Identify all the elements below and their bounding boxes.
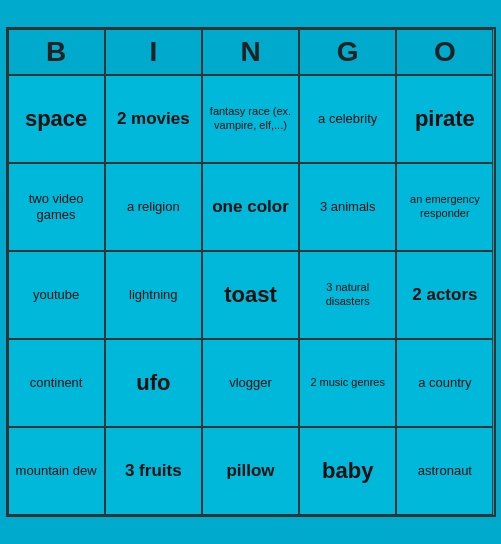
table-cell-21: 3 fruits [105, 427, 202, 515]
table-cell-14: 2 actors [396, 251, 493, 339]
header-b: B [8, 29, 105, 75]
table-cell-18: 2 music genres [299, 339, 396, 427]
table-cell-22: pillow [202, 427, 299, 515]
table-cell-24: astronaut [396, 427, 493, 515]
table-cell-2: fantasy race (ex. vampire, elf,...) [202, 75, 299, 163]
table-cell-6: a religion [105, 163, 202, 251]
table-cell-20: mountain dew [8, 427, 105, 515]
table-cell-11: lightning [105, 251, 202, 339]
table-cell-3: a celebrity [299, 75, 396, 163]
table-cell-16: ufo [105, 339, 202, 427]
header-o: O [396, 29, 493, 75]
header-g: G [299, 29, 396, 75]
table-cell-9: an emergency responder [396, 163, 493, 251]
table-cell-19: a country [396, 339, 493, 427]
bingo-grid: space2 moviesfantasy race (ex. vampire, … [8, 75, 494, 515]
table-cell-23: baby [299, 427, 396, 515]
header-n: N [202, 29, 299, 75]
header-i: I [105, 29, 202, 75]
table-cell-12: toast [202, 251, 299, 339]
table-cell-13: 3 natural disasters [299, 251, 396, 339]
table-cell-7: one color [202, 163, 299, 251]
table-cell-10: youtube [8, 251, 105, 339]
table-cell-5: two video games [8, 163, 105, 251]
table-cell-17: vlogger [202, 339, 299, 427]
table-cell-0: space [8, 75, 105, 163]
bingo-card: B I N G O space2 moviesfantasy race (ex.… [6, 27, 496, 517]
table-cell-8: 3 animals [299, 163, 396, 251]
table-cell-15: continent [8, 339, 105, 427]
bingo-header: B I N G O [8, 29, 494, 75]
table-cell-1: 2 movies [105, 75, 202, 163]
table-cell-4: pirate [396, 75, 493, 163]
